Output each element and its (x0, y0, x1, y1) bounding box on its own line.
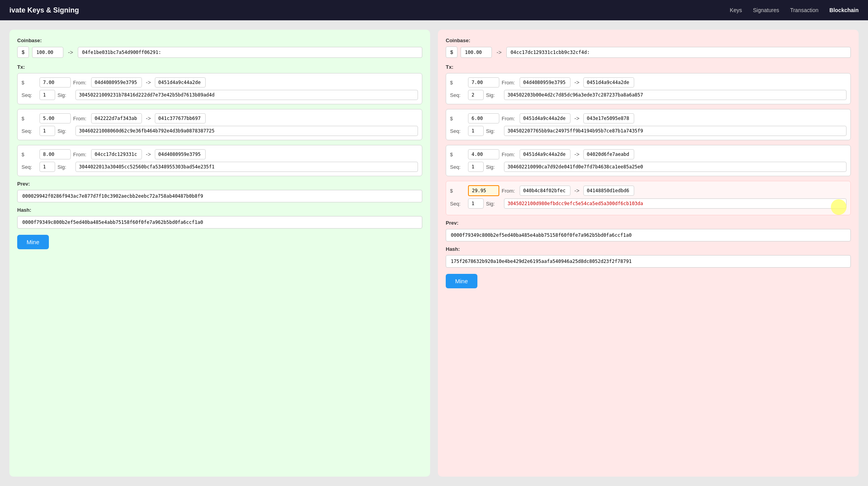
left-prev-section: Prev: 000029942f0286f943ac7e877d7f10c390… (17, 181, 422, 202)
left-tx-1-arrow: -> (144, 115, 152, 122)
left-tx-0-dollar: $ (22, 80, 37, 86)
right-tx-3-arrow: -> (573, 188, 581, 194)
right-coinbase-arrow: -> (495, 49, 503, 55)
left-tx-2-amount[interactable] (39, 149, 71, 159)
right-hash-value: 175f2678632b920a10e4be429d2e6195aafa5409… (446, 255, 851, 268)
right-tx-0-amount[interactable] (468, 77, 499, 88)
nav-keys[interactable]: Keys (730, 7, 742, 13)
right-tx-1-from-addr[interactable] (520, 113, 570, 123)
right-coinbase-amount[interactable] (461, 47, 492, 58)
left-tx-block-2: $ From: -> Seq: Sig: (17, 145, 422, 176)
right-tx-3-row1: $ From: -> (450, 185, 846, 196)
left-tx-0-sig[interactable] (75, 90, 418, 100)
left-tx-2-sig-label: Sig: (57, 164, 73, 170)
right-tx-0-dollar: $ (450, 80, 466, 86)
left-tx-2-from-addr[interactable] (91, 149, 142, 159)
right-tx-0-seq-label: Seq: (450, 92, 466, 98)
left-prev-label: Prev: (17, 181, 422, 187)
right-tx-1-amount[interactable] (468, 113, 499, 123)
left-tx-1-sig[interactable] (75, 126, 418, 136)
left-tx-0-sig-label: Sig: (57, 92, 73, 98)
left-tx-0-amount[interactable] (39, 77, 71, 88)
left-hash-section: Hash: 0000f79349c800b2ef5ed40ba485e4abb7… (17, 207, 422, 229)
right-tx-3-to-addr[interactable] (583, 186, 634, 196)
nav-links: Keys Signatures Transaction Blockchain (730, 7, 859, 13)
right-tx-3-from-addr[interactable] (520, 186, 570, 196)
right-tx-1-sig[interactable] (504, 126, 846, 136)
left-tx-0-from-label: From: (73, 80, 89, 86)
left-tx-0-seq[interactable] (39, 90, 55, 100)
right-tx-2-row2: Seq: Sig: (450, 162, 846, 172)
left-tx-2-seq-label: Seq: (22, 164, 37, 170)
right-tx-block-3: $ From: -> Seq: Sig: (446, 181, 851, 215)
left-tx-2-sig[interactable] (75, 162, 418, 172)
left-tx-1-sig-label: Sig: (57, 128, 73, 134)
left-tx-block-0: $ From: -> Seq: Sig: (17, 73, 422, 104)
right-tx-0-row2: Seq: Sig: (450, 90, 846, 100)
right-tx-0-to-addr[interactable] (583, 77, 634, 88)
right-tx-block-1: $ From: -> Seq: Sig: (446, 109, 851, 140)
left-tx-1-amount[interactable] (39, 113, 71, 123)
left-tx-1-seq-label: Seq: (22, 128, 37, 134)
right-tx-2-sig[interactable] (504, 162, 846, 172)
right-tx-1-sig-label: Sig: (486, 128, 502, 134)
right-tx-1-to-addr[interactable] (583, 113, 634, 123)
right-tx-0-from-addr[interactable] (520, 77, 570, 88)
left-tx-1-dollar: $ (22, 116, 37, 122)
left-prev-value: 000029942f0286f943ac7e877d7f10c3902aecbb… (17, 190, 422, 202)
left-tx-2-dollar: $ (22, 152, 37, 157)
nav-transaction[interactable]: Transaction (790, 7, 819, 13)
left-tx-1-seq[interactable] (39, 126, 55, 136)
left-coinbase-row: $ -> 04fe1be031bc7a54d900ff06291: (17, 46, 422, 58)
left-mine-button[interactable]: Mine (17, 235, 49, 249)
left-coinbase-label: Coinbase: (17, 38, 422, 43)
left-tx-label: Tx: (17, 64, 422, 70)
right-tx-1-from-label: From: (502, 116, 517, 122)
left-tx-1-to-addr[interactable] (155, 113, 206, 123)
nav-blockchain[interactable]: Blockchain (829, 7, 859, 13)
left-tx-1-row1: $ From: -> (22, 113, 418, 123)
right-panel: Coinbase: $ -> 04cc17dc129331c1cbb9c32cf… (438, 30, 859, 477)
right-prev-section: Prev: 0000f79349c800b2ef5ed40ba485e4abb7… (446, 220, 851, 241)
left-tx-2-row1: $ From: -> (22, 149, 418, 159)
right-tx-block-0: $ From: -> Seq: Sig: (446, 73, 851, 104)
right-tx-0-arrow: -> (573, 79, 581, 86)
right-tx-2-from-addr[interactable] (520, 149, 570, 159)
right-tx-0-from-label: From: (502, 80, 517, 86)
left-hash-value: 0000f79349c800b2ef5ed40ba485e4abb75158f6… (17, 216, 422, 229)
right-tx-0-sig[interactable] (504, 90, 846, 100)
right-tx-0-row1: $ From: -> (450, 77, 846, 88)
right-tx-3-sig-label: Sig: (486, 201, 502, 207)
right-tx-2-seq[interactable] (468, 162, 484, 172)
right-tx-1-seq[interactable] (468, 126, 484, 136)
right-tx-1-seq-label: Seq: (450, 128, 466, 134)
right-tx-3-seq[interactable] (468, 198, 484, 209)
right-coinbase-label: Coinbase: (446, 38, 851, 43)
left-coinbase-address: 04fe1be031bc7a54d900ff06291: (78, 47, 422, 58)
left-coinbase-amount[interactable] (32, 47, 63, 58)
right-mine-button[interactable]: Mine (446, 274, 477, 288)
right-tx-3-amount[interactable] (468, 185, 499, 196)
left-tx-0-to-addr[interactable] (155, 77, 206, 88)
right-tx-3-from-label: From: (502, 188, 517, 194)
brand-title: ivate Keys & Signing (9, 6, 730, 14)
page-content: Coinbase: $ -> 04fe1be031bc7a54d900ff062… (0, 20, 868, 486)
left-tx-2-to-addr[interactable] (155, 149, 206, 159)
right-tx-2-to-addr[interactable] (583, 149, 634, 159)
left-tx-0-seq-label: Seq: (22, 92, 37, 98)
left-tx-2-seq[interactable] (39, 162, 55, 172)
right-tx-2-amount[interactable] (468, 149, 499, 159)
right-tx-2-arrow: -> (573, 151, 581, 157)
left-tx-1-row2: Seq: Sig: (22, 126, 418, 136)
left-tx-0-row1: $ From: -> (22, 77, 418, 88)
left-tx-0-arrow: -> (144, 79, 152, 86)
right-tx-3-seq-label: Seq: (450, 201, 466, 207)
right-tx-2-row1: $ From: -> (450, 149, 846, 159)
right-tx-1-arrow: -> (573, 115, 581, 122)
left-tx-1-from-addr[interactable] (91, 113, 142, 123)
right-tx-0-seq[interactable] (468, 90, 484, 100)
right-tx-block-2: $ From: -> Seq: Sig: (446, 145, 851, 176)
right-tx-3-sig[interactable] (504, 198, 846, 209)
left-tx-0-from-addr[interactable] (91, 77, 142, 88)
nav-signatures[interactable]: Signatures (753, 7, 779, 13)
